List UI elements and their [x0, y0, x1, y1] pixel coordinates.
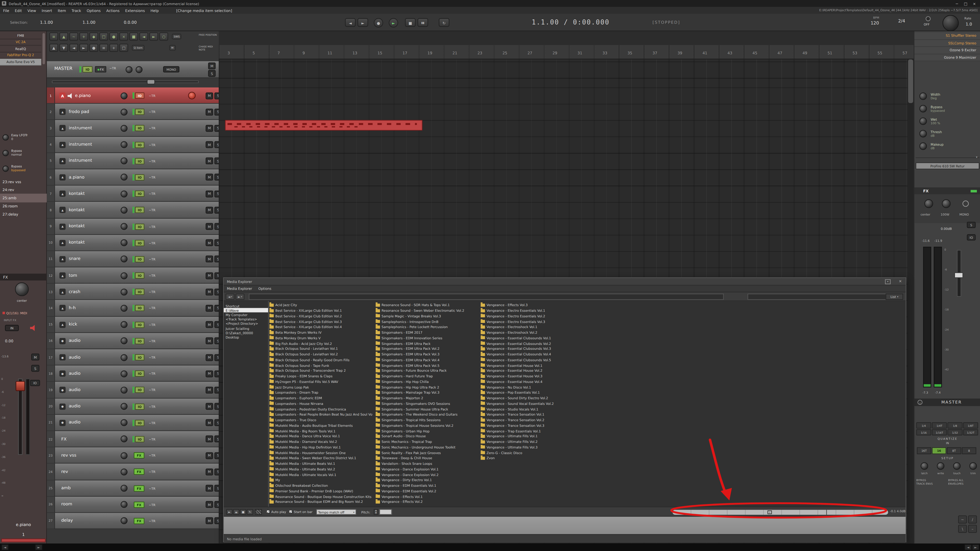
- track-routing-button[interactable]: ~TR: [149, 289, 156, 295]
- menu-item-item[interactable]: Item: [58, 8, 66, 12]
- mute-button[interactable]: M: [206, 239, 213, 246]
- rate-off-knob-icon[interactable]: [926, 16, 931, 21]
- track-routing-button[interactable]: ~TR: [149, 518, 156, 524]
- track-pan-knob[interactable]: [121, 206, 127, 213]
- track-routing-button[interactable]: ~TR: [149, 321, 156, 327]
- scroll-left-button[interactable]: ◄: [964, 544, 972, 550]
- midi-quantize-label[interactable]: Q(1/16): MIDI: [3, 311, 27, 315]
- folder-item[interactable]: Big Fish Audio - Acid Jazz City Vol.2: [269, 341, 372, 346]
- master-mono-button[interactable]: MONO: [163, 66, 180, 73]
- param-knob-icon[interactable]: [3, 150, 9, 156]
- folder-item[interactable]: Mutekki Media - Big Room Tools Vol.1: [269, 428, 372, 433]
- track-body[interactable]: ▲kickIO~TRMS: [55, 317, 219, 333]
- master-routing[interactable]: ~TR: [110, 66, 116, 70]
- folder-item[interactable]: Vengeance - Essential Clubsounds Vol.3: [480, 346, 584, 351]
- list-icon[interactable]: ≡: [99, 44, 108, 52]
- go-end-button[interactable]: ►: [358, 18, 368, 27]
- track-io-button[interactable]: IO: [135, 158, 145, 164]
- fx-param[interactable]: Bypassnormal: [1, 148, 46, 164]
- folder-item[interactable]: Vengeance - Ultimate Fills Vol.2: [480, 439, 584, 445]
- track-routing-button[interactable]: ~TR: [149, 207, 156, 213]
- folder-item[interactable]: Vengeance - Electro Essentials Vol.3: [480, 319, 584, 324]
- master-solo-button[interactable]: S: [967, 222, 976, 228]
- quantize-button[interactable]: 16T: [917, 447, 931, 454]
- folder-item[interactable]: Black Octopus Sound - Really Good Drum F…: [269, 357, 372, 362]
- folder-item[interactable]: Vengeance - EDM Essentials Vol.2: [375, 488, 479, 494]
- folder-item[interactable]: Samplephonics - Pete Lockett Percussion: [375, 324, 479, 330]
- track-pan-knob[interactable]: [121, 239, 127, 246]
- folder-item[interactable]: Oldschool Breakabeat Collection: [269, 483, 372, 488]
- track-body[interactable]: ●audioIO~TRMS: [55, 415, 219, 431]
- note-rate-button[interactable]: 1/4: [916, 422, 931, 429]
- close-button[interactable]: ×: [970, 0, 979, 7]
- fx-chain-item[interactable]: Auto-Tune Evo V5: [0, 59, 41, 65]
- folder-item[interactable]: Vengeance - Ultimate Fills Vol.3: [480, 445, 584, 450]
- note-rate-button[interactable]: 1/8: [948, 422, 963, 429]
- menu-item-actions[interactable]: Actions: [107, 8, 120, 12]
- pan-knob[interactable]: [15, 283, 29, 296]
- folder-item[interactable]: Vengeance - Effects Vol.2: [375, 499, 479, 505]
- go-start-button[interactable]: ◄: [345, 18, 356, 27]
- track-body[interactable]: ▲kontaktIO~TRMS: [55, 218, 219, 235]
- filter-input[interactable]: [748, 294, 886, 300]
- track-fx-button[interactable]: FX: [134, 518, 145, 524]
- master-width-knob[interactable]: [135, 66, 142, 73]
- folder-item[interactable]: Vandalism - Shock Snare Loops: [375, 461, 479, 466]
- folder-item[interactable]: Vengeance - Electroshock Vol.2: [480, 330, 584, 335]
- param-knob-icon[interactable]: [919, 142, 927, 150]
- track-body[interactable]: ▲instrumentIO~TRMS: [55, 137, 219, 153]
- track-routing-button[interactable]: ~TR: [149, 272, 156, 279]
- folder-item[interactable]: Vengeance - Effects Vol.1: [375, 494, 479, 499]
- track-pan-knob[interactable]: [121, 108, 127, 115]
- grid-icon[interactable]: □: [99, 32, 108, 41]
- track-row[interactable]: 17●audioIO~TRMS: [47, 349, 219, 365]
- rate-off-label[interactable]: OFF: [924, 23, 930, 26]
- send-item[interactable]: 25:amb: [0, 194, 47, 202]
- master-fx-header[interactable]: FX: [915, 187, 980, 194]
- send-item[interactable]: 23:rev vss: [0, 178, 47, 186]
- monitor-speaker-icon[interactable]: [30, 325, 36, 331]
- folder-item[interactable]: Zero-G - Classic Disco: [480, 450, 584, 455]
- envelope-mode-knob-icon[interactable]: [969, 462, 977, 470]
- track-body[interactable]: roomFX~TRMS: [55, 496, 219, 513]
- folder-item[interactable]: Singomakers - Singomakers OVO Sessions: [375, 401, 479, 406]
- param-knob-icon[interactable]: [919, 130, 927, 137]
- track-row[interactable]: 19●audioIO~TRMS: [47, 382, 219, 398]
- send-item[interactable]: 27:delay: [0, 210, 47, 219]
- folder-item[interactable]: My: [269, 477, 372, 483]
- chevron-down-icon[interactable]: ▾: [976, 155, 977, 159]
- mute-button[interactable]: M: [206, 272, 213, 279]
- folder-item[interactable]: Resonance Sound - Swen Weber Electromati…: [375, 308, 479, 313]
- folder-item[interactable]: Best Service - XXLarge Club Edition Vol.…: [269, 319, 372, 324]
- folder-item[interactable]: Singomakers - EDM Ultra Pack Vol.5: [375, 362, 479, 368]
- track-row[interactable]: 16●audioIO~TRMS: [47, 333, 219, 349]
- folder-item[interactable]: Sonic Mechanics - Tropical Trap: [375, 439, 479, 445]
- track-io-button[interactable]: IO: [135, 191, 145, 197]
- folder-item[interactable]: Singomakers - EDM Ultra Pack Vol.2: [375, 346, 479, 351]
- track-io-button[interactable]: IO: [135, 354, 145, 360]
- next-marker-icon[interactable]: ►: [149, 32, 158, 41]
- mute-button[interactable]: M: [206, 452, 213, 459]
- master-pan-knob[interactable]: [126, 66, 132, 73]
- folder-item[interactable]: Mutekki Media - Housemeister Session One: [269, 450, 372, 455]
- quantize-button[interactable]: 8T: [947, 447, 961, 454]
- track-io-button[interactable]: IO: [135, 174, 145, 180]
- track-row[interactable]: 2▲frodo padIO~TRMS: [47, 104, 219, 120]
- track-row[interactable]: 7▲kontaktIO~TRMS: [47, 186, 219, 202]
- volume-fader-handle[interactable]: [16, 381, 25, 391]
- master-pan-slider-thumb[interactable]: [147, 79, 155, 84]
- preview-pause-button[interactable]: ▮▮: [233, 509, 239, 515]
- track-routing-button[interactable]: ~TR: [149, 403, 156, 410]
- fx-param[interactable]: Easy LFOTr0: [1, 132, 46, 148]
- shortcut-item[interactable]: D:\Zakaz\_00000: [224, 330, 268, 335]
- monitor-button[interactable]: M: [169, 45, 176, 51]
- media-explorer-window[interactable]: Media Explorer ▾ × Media Explorer Option…: [223, 277, 906, 542]
- track-routing-button[interactable]: ~TR: [149, 125, 156, 131]
- midi-item[interactable]: [225, 120, 423, 130]
- fx-enabled-led[interactable]: [970, 189, 977, 192]
- folder-item[interactable]: Vengeance - Dance Explosion Vol.1: [375, 466, 479, 472]
- master-pan-knob[interactable]: [924, 199, 933, 208]
- note-rate-button[interactable]: 1/16: [916, 429, 931, 435]
- folder-item[interactable]: Loopmasters - Real People Broken Beat Nu…: [269, 412, 372, 417]
- folder-item[interactable]: Singomakers - Majorton 2: [375, 395, 479, 401]
